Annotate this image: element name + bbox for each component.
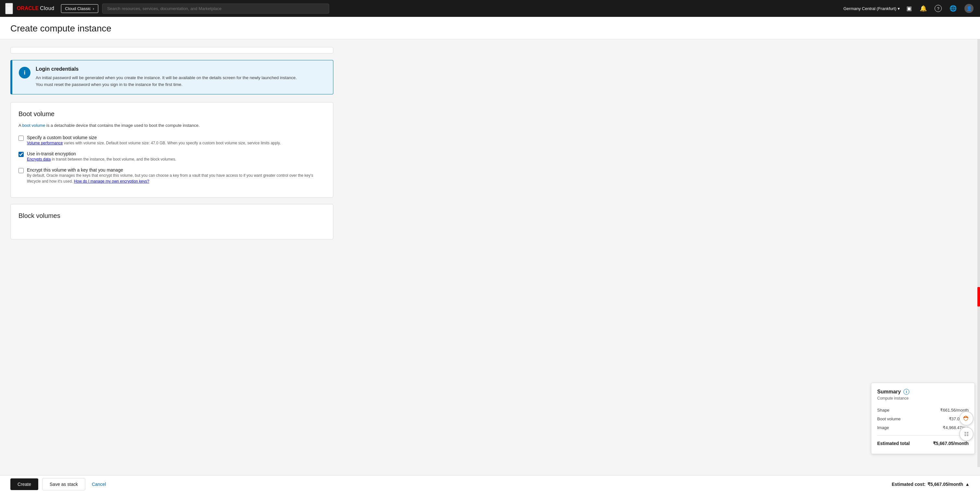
cloud-classic-button[interactable]: Cloud Classic ›: [61, 4, 99, 13]
custom-key-description: By default, Oracle manages the keys that…: [27, 173, 325, 184]
hamburger-menu-button[interactable]: ≡: [5, 3, 13, 14]
custom-key-label[interactable]: Encrypt this volume with a key that you …: [27, 167, 123, 173]
block-volumes-title: Block volumes: [19, 212, 325, 219]
oracle-text: ORACLE: [17, 5, 39, 11]
custom-key-checkbox-row: Encrypt this volume with a key that you …: [19, 167, 325, 184]
bottom-actions: Create Save as stack Cancel: [10, 478, 109, 490]
region-chevron-icon: ▾: [897, 6, 900, 11]
summary-subtitle: Compute instance: [877, 396, 969, 401]
manage-keys-link[interactable]: How do I manage my own encryption keys?: [74, 179, 149, 184]
language-button[interactable]: 🌐: [948, 3, 958, 13]
custom-size-checkbox-row: Specify a custom boot volume size Volume…: [19, 135, 325, 146]
summary-estimated-total-label: Estimated total: [877, 441, 910, 446]
login-credentials-heading: Login credentials: [36, 66, 297, 72]
summary-header: Summary i: [877, 389, 969, 395]
help-icon: ?: [935, 5, 942, 12]
cloud-classic-arrow-icon: ›: [93, 6, 94, 11]
region-label: Germany Central (Frankfurt): [843, 6, 896, 11]
login-credentials-description: An initial password will be generated wh…: [36, 75, 297, 88]
block-volumes-content-stub: [19, 224, 325, 234]
cloud-text: Cloud: [40, 5, 54, 11]
transit-encryption-description: Encrypts data in transit between the ins…: [27, 156, 176, 162]
bottom-bar: Create Save as stack Cancel Estimated co…: [0, 475, 980, 493]
page-title: Create compute instance: [10, 23, 970, 34]
custom-size-label[interactable]: Specify a custom boot volume size: [27, 135, 97, 140]
cloud-classic-label: Cloud Classic: [65, 6, 91, 11]
search-input[interactable]: [102, 3, 329, 14]
main-layout: Create compute instance i Login credenti…: [0, 17, 980, 493]
cost-chevron-icon[interactable]: ▲: [965, 482, 970, 487]
summary-boot-volume-label: Boot volume: [877, 417, 900, 421]
boot-volume-description: A boot volume is a detachable device tha…: [19, 122, 325, 129]
profile-button[interactable]: 👤: [963, 3, 975, 14]
custom-key-content: Encrypt this volume with a key that you …: [27, 167, 325, 184]
boot-volume-title: Boot volume: [19, 110, 325, 118]
estimated-cost-bar: Create Save as stack Cancel Estimated co…: [0, 476, 980, 493]
summary-shape-label: Shape: [877, 408, 889, 413]
boot-volume-section: Boot volume A boot volume is a detachabl…: [10, 102, 333, 198]
lifesaver-icon: ⛑: [963, 415, 970, 422]
login-credentials-info-icon: i: [19, 67, 30, 78]
summary-image-row: Image ₹4,968.47/mc: [877, 423, 969, 432]
login-credentials-content: Login credentials An initial password wi…: [36, 66, 297, 88]
volume-performance-link[interactable]: Volume performance: [27, 141, 63, 145]
block-volumes-section: Block volumes: [10, 204, 333, 239]
encrypts-data-link[interactable]: Encrypts data: [27, 157, 51, 162]
terminal-icon: ▣: [907, 5, 912, 12]
summary-boot-volume-row: Boot volume ₹37.02/mc: [877, 415, 969, 423]
summary-shape-row: Shape ₹661.56/month: [877, 406, 969, 415]
top-nav: ≡ ORACLE Cloud Cloud Classic › Germany C…: [0, 0, 980, 17]
help-lifesaver-button[interactable]: ⛑: [959, 411, 974, 426]
apps-grid-button[interactable]: ☷: [959, 427, 974, 441]
summary-image-label: Image: [877, 425, 889, 430]
estimated-cost-display: Estimated cost: ₹5,667.05/month ▲: [892, 482, 970, 487]
previous-section-stub: [10, 47, 333, 54]
transit-encryption-label[interactable]: Use in-transit encryption: [27, 151, 76, 156]
nav-right: Germany Central (Frankfurt) ▾ ▣ 🔔 ? 🌐 👤: [843, 3, 975, 14]
summary-title: Summary: [877, 389, 901, 395]
help-widget-group: ⛑ ☷: [959, 411, 974, 441]
hamburger-icon: ≡: [7, 5, 11, 12]
bell-icon: 🔔: [920, 5, 927, 12]
custom-size-description: Volume performance varies with volume si…: [27, 140, 281, 146]
cloud-shell-button[interactable]: ▣: [905, 3, 913, 13]
custom-size-checkbox-content: Specify a custom boot volume size Volume…: [27, 135, 281, 146]
summary-total-row: Estimated total ₹5,667.05/month: [877, 439, 969, 448]
custom-size-checkbox[interactable]: [19, 135, 24, 141]
transit-encryption-checkbox-row: Use in-transit encryption Encrypts data …: [19, 151, 325, 162]
create-button[interactable]: Create: [10, 479, 38, 490]
avatar-icon: 👤: [964, 4, 974, 13]
summary-divider: [877, 435, 969, 436]
summary-info-icon[interactable]: i: [904, 389, 909, 395]
summary-estimated-total-value: ₹5,667.05/month: [933, 441, 969, 446]
globe-icon: 🌐: [950, 5, 957, 12]
login-credentials-section: i Login credentials An initial password …: [10, 60, 333, 94]
region-selector[interactable]: Germany Central (Frankfurt) ▾: [843, 6, 900, 11]
estimated-cost-label: Estimated cost:: [892, 482, 926, 487]
cancel-link[interactable]: Cancel: [89, 479, 109, 490]
content-area: i Login credentials An initial password …: [0, 39, 344, 247]
custom-key-checkbox[interactable]: [19, 168, 24, 173]
grid-icon: ☷: [964, 431, 969, 437]
page-header: Create compute instance: [0, 17, 980, 39]
estimated-cost-value: ₹5,667.05/month: [928, 482, 963, 487]
save-as-stack-button[interactable]: Save as stack: [42, 478, 85, 490]
notifications-button[interactable]: 🔔: [918, 3, 928, 13]
oracle-logo: ORACLE Cloud: [17, 5, 54, 11]
boot-volume-link[interactable]: boot volume: [22, 123, 45, 128]
transit-encryption-checkbox[interactable]: [19, 152, 24, 157]
transit-encryption-content: Use in-transit encryption Encrypts data …: [27, 151, 176, 162]
help-button[interactable]: ?: [933, 3, 943, 14]
